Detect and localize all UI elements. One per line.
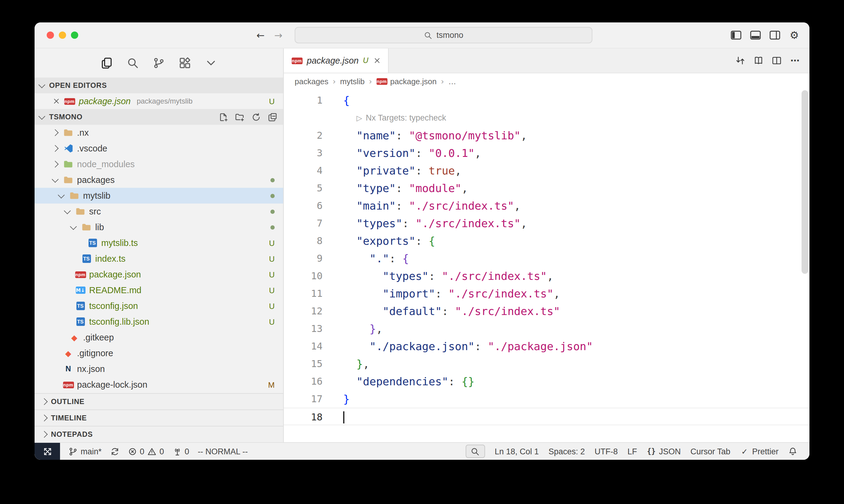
- status-bar: main*000-- NORMAL -- Ln 18, Col 1Spaces:…: [35, 442, 809, 460]
- code-line-17[interactable]: 17}: [284, 390, 809, 408]
- refresh-explorer-icon[interactable]: [252, 112, 261, 122]
- collapse-folders-icon[interactable]: [268, 112, 277, 122]
- navigate-back-icon[interactable]: ←: [257, 30, 265, 41]
- zoom-indicator[interactable]: [466, 445, 485, 458]
- minimize-window-button[interactable]: [59, 32, 66, 39]
- tree-item-mytslib[interactable]: mytslib: [35, 188, 283, 203]
- close-tab-icon[interactable]: [374, 57, 381, 64]
- code-line-10[interactable]: 10 "types": "./src/index.ts",: [284, 267, 809, 285]
- open-editor-item[interactable]: npmpackage.jsonpackages/mytslibU: [35, 93, 283, 109]
- breadcrumb-item[interactable]: packages: [295, 77, 328, 86]
- code-line-15[interactable]: 15 },: [284, 355, 809, 373]
- close-editor-icon[interactable]: [53, 97, 60, 105]
- navigate-forward-icon[interactable]: →: [274, 30, 282, 41]
- more-actions-icon[interactable]: ⋯: [790, 56, 800, 66]
- twist-chevron-icon: [70, 223, 77, 230]
- panel-label: NOTEPADS: [51, 430, 93, 438]
- tree-item-tsconfig.json[interactable]: TStsconfig.jsonU: [35, 298, 283, 314]
- tree-item-node_modules[interactable]: node_modules: [35, 156, 283, 172]
- remote-indicator[interactable]: [35, 443, 60, 460]
- scrollbar-thumb[interactable]: [802, 90, 808, 274]
- new-folder-icon[interactable]: [235, 112, 244, 122]
- notifications[interactable]: [788, 443, 797, 460]
- tree-item-.gitignore[interactable]: ◆.gitignore: [35, 345, 283, 361]
- code-line-4[interactable]: 4 "private": true,: [284, 162, 809, 179]
- settings-gear-icon[interactable]: ⚙: [789, 30, 800, 41]
- tree-item-.gitkeep[interactable]: ◆.gitkeep: [35, 329, 283, 345]
- code-line-6[interactable]: 6 "main": "./src/index.ts",: [284, 197, 809, 214]
- code-line-5[interactable]: 5 "type": "module",: [284, 179, 809, 197]
- code-line-11[interactable]: 11 "import": "./src/index.ts",: [284, 285, 809, 302]
- activity-explorer-icon[interactable]: [101, 57, 113, 69]
- indentation[interactable]: Spaces: 2: [548, 443, 585, 460]
- line-number: 1: [284, 91, 323, 109]
- explorer-root-header[interactable]: TSMONO: [35, 109, 283, 125]
- tree-item-.nx[interactable]: .nx: [35, 125, 283, 141]
- language-mode[interactable]: {}JSON: [647, 443, 681, 460]
- code-line-3[interactable]: 3 "version": "0.0.1",: [284, 144, 809, 162]
- cursor-tab[interactable]: Cursor Tab: [690, 443, 730, 460]
- activity-source-control-icon[interactable]: [153, 57, 165, 69]
- tree-item-tsconfig.lib.json[interactable]: TStsconfig.lib.jsonU: [35, 314, 283, 329]
- tree-item-index.ts[interactable]: TSindex.tsU: [35, 251, 283, 267]
- tree-item-package-lock.json[interactable]: npmpackage-lock.jsonM: [35, 377, 283, 393]
- activity-extensions-icon[interactable]: [179, 57, 191, 69]
- code-line-2[interactable]: 2 "name": "@tsmono/mytslib",: [284, 127, 809, 144]
- codelens-nx-targets[interactable]: ▷Nx Targets: typecheck: [284, 109, 809, 127]
- breadcrumb-item[interactable]: …: [448, 77, 456, 86]
- tree-item-packages[interactable]: packages: [35, 172, 283, 188]
- tree-item-lib[interactable]: lib: [35, 219, 283, 235]
- code-line-14[interactable]: 14 "./package.json": "./package.json": [284, 337, 809, 355]
- radio-icon: [172, 447, 182, 456]
- panel-outline[interactable]: OUTLINE: [35, 393, 283, 410]
- code-line-9[interactable]: 9 ".": {: [284, 250, 809, 267]
- open-preview-icon[interactable]: [754, 56, 763, 66]
- close-window-button[interactable]: [47, 32, 54, 39]
- encoding[interactable]: UTF-8: [595, 443, 618, 460]
- eol[interactable]: LF: [627, 443, 637, 460]
- publish-changes[interactable]: [110, 443, 119, 460]
- git-branch[interactable]: main*: [69, 443, 102, 460]
- new-file-icon[interactable]: [219, 112, 228, 122]
- toggle-panel-icon[interactable]: [750, 30, 761, 41]
- split-editor-icon[interactable]: [772, 56, 781, 66]
- code-line-8[interactable]: 8 "exports": {: [284, 232, 809, 250]
- code-line-16[interactable]: 16 "dependencies": {}: [284, 373, 809, 390]
- tree-item-package.json[interactable]: npmpackage.jsonU: [35, 267, 283, 282]
- toggle-secondary-sidebar-icon[interactable]: [770, 30, 780, 41]
- tab-package-json[interactable]: npm package.json U: [284, 49, 389, 73]
- tree-item-mytslib.ts[interactable]: TSmytslib.tsU: [35, 235, 283, 251]
- tree-item-README.md[interactable]: M↓README.mdU: [35, 282, 283, 298]
- file-tree: .nx.vscodenode_modulespackagesmytslibsrc…: [35, 125, 283, 393]
- command-center-search[interactable]: tsmono: [295, 27, 592, 43]
- code-editor[interactable]: 1{▷Nx Targets: typecheck2 "name": "@tsmo…: [284, 89, 809, 442]
- panel-timeline[interactable]: TIMELINE: [35, 410, 283, 426]
- open-editors-list: npmpackage.jsonpackages/mytslibU: [35, 93, 283, 109]
- code-line-18[interactable]: 18: [284, 408, 809, 425]
- zoom-window-button[interactable]: [71, 32, 78, 39]
- tree-item-.vscode[interactable]: .vscode: [35, 141, 283, 156]
- breadcrumb-item[interactable]: mytslib: [340, 77, 365, 86]
- toggle-primary-sidebar-icon[interactable]: [730, 30, 742, 41]
- panel-notepads[interactable]: NOTEPADS: [35, 426, 283, 442]
- folder-icon: [75, 207, 86, 216]
- git-changes-dot: [271, 194, 275, 198]
- activity-search-icon[interactable]: [127, 57, 139, 69]
- git-status-badge: U: [269, 317, 275, 326]
- problems[interactable]: 00: [127, 443, 164, 460]
- activity-more-views-icon[interactable]: [205, 57, 217, 69]
- tree-item-src[interactable]: src: [35, 203, 283, 219]
- open-editors-header[interactable]: OPEN EDITORS: [35, 77, 283, 93]
- cursor-position[interactable]: Ln 18, Col 1: [495, 443, 539, 460]
- port-forwarding[interactable]: 0: [172, 443, 189, 460]
- code-line-12[interactable]: 12 "default": "./src/index.ts": [284, 302, 809, 320]
- formatter[interactable]: ✓Prettier: [740, 443, 778, 460]
- vim-mode[interactable]: -- NORMAL --: [198, 443, 248, 460]
- tree-item-nx.json[interactable]: Nnx.json: [35, 361, 283, 377]
- code-line-1[interactable]: 1{: [284, 91, 809, 109]
- open-changes-icon[interactable]: [736, 56, 745, 66]
- code-line-13[interactable]: 13 },: [284, 320, 809, 337]
- code-line-7[interactable]: 7 "types": "./src/index.ts",: [284, 214, 809, 232]
- vscode-folder-icon: [63, 144, 73, 153]
- breadcrumb-item[interactable]: npmpackage.json: [376, 77, 436, 86]
